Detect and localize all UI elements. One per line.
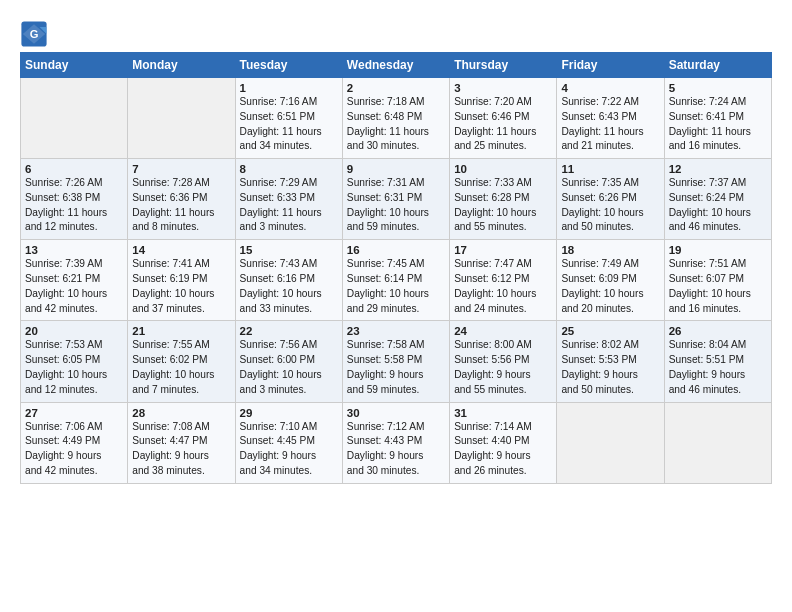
- day-info: Sunrise: 7:37 AMSunset: 6:24 PMDaylight:…: [669, 176, 767, 235]
- day-info: Sunrise: 7:55 AMSunset: 6:02 PMDaylight:…: [132, 338, 230, 397]
- day-number: 18: [561, 244, 659, 256]
- week-row-4: 20Sunrise: 7:53 AMSunset: 6:05 PMDayligh…: [21, 321, 772, 402]
- column-header-thursday: Thursday: [450, 53, 557, 78]
- day-cell: 14Sunrise: 7:41 AMSunset: 6:19 PMDayligh…: [128, 240, 235, 321]
- day-cell: [21, 78, 128, 159]
- day-number: 21: [132, 325, 230, 337]
- day-number: 19: [669, 244, 767, 256]
- day-number: 7: [132, 163, 230, 175]
- week-row-1: 1Sunrise: 7:16 AMSunset: 6:51 PMDaylight…: [21, 78, 772, 159]
- day-cell: 18Sunrise: 7:49 AMSunset: 6:09 PMDayligh…: [557, 240, 664, 321]
- day-cell: 10Sunrise: 7:33 AMSunset: 6:28 PMDayligh…: [450, 159, 557, 240]
- day-cell: 12Sunrise: 7:37 AMSunset: 6:24 PMDayligh…: [664, 159, 771, 240]
- logo: G: [20, 20, 50, 48]
- day-number: 29: [240, 407, 338, 419]
- day-number: 17: [454, 244, 552, 256]
- day-info: Sunrise: 7:20 AMSunset: 6:46 PMDaylight:…: [454, 95, 552, 154]
- day-cell: 3Sunrise: 7:20 AMSunset: 6:46 PMDaylight…: [450, 78, 557, 159]
- day-cell: [664, 402, 771, 483]
- day-cell: 25Sunrise: 8:02 AMSunset: 5:53 PMDayligh…: [557, 321, 664, 402]
- day-info: Sunrise: 7:43 AMSunset: 6:16 PMDaylight:…: [240, 257, 338, 316]
- day-cell: 23Sunrise: 7:58 AMSunset: 5:58 PMDayligh…: [342, 321, 449, 402]
- header-area: G: [20, 16, 772, 48]
- calendar-body: 1Sunrise: 7:16 AMSunset: 6:51 PMDaylight…: [21, 78, 772, 484]
- day-number: 14: [132, 244, 230, 256]
- day-cell: 21Sunrise: 7:55 AMSunset: 6:02 PMDayligh…: [128, 321, 235, 402]
- week-row-5: 27Sunrise: 7:06 AMSunset: 4:49 PMDayligh…: [21, 402, 772, 483]
- day-number: 20: [25, 325, 123, 337]
- day-cell: 8Sunrise: 7:29 AMSunset: 6:33 PMDaylight…: [235, 159, 342, 240]
- day-number: 9: [347, 163, 445, 175]
- day-info: Sunrise: 8:02 AMSunset: 5:53 PMDaylight:…: [561, 338, 659, 397]
- day-cell: 13Sunrise: 7:39 AMSunset: 6:21 PMDayligh…: [21, 240, 128, 321]
- day-cell: 27Sunrise: 7:06 AMSunset: 4:49 PMDayligh…: [21, 402, 128, 483]
- column-header-saturday: Saturday: [664, 53, 771, 78]
- day-number: 30: [347, 407, 445, 419]
- day-info: Sunrise: 7:24 AMSunset: 6:41 PMDaylight:…: [669, 95, 767, 154]
- day-cell: 1Sunrise: 7:16 AMSunset: 6:51 PMDaylight…: [235, 78, 342, 159]
- day-number: 15: [240, 244, 338, 256]
- day-info: Sunrise: 8:00 AMSunset: 5:56 PMDaylight:…: [454, 338, 552, 397]
- day-cell: 2Sunrise: 7:18 AMSunset: 6:48 PMDaylight…: [342, 78, 449, 159]
- day-number: 28: [132, 407, 230, 419]
- day-cell: 16Sunrise: 7:45 AMSunset: 6:14 PMDayligh…: [342, 240, 449, 321]
- day-info: Sunrise: 7:49 AMSunset: 6:09 PMDaylight:…: [561, 257, 659, 316]
- day-number: 2: [347, 82, 445, 94]
- day-cell: [557, 402, 664, 483]
- day-number: 27: [25, 407, 123, 419]
- day-number: 6: [25, 163, 123, 175]
- day-cell: 9Sunrise: 7:31 AMSunset: 6:31 PMDaylight…: [342, 159, 449, 240]
- day-cell: 28Sunrise: 7:08 AMSunset: 4:47 PMDayligh…: [128, 402, 235, 483]
- week-row-2: 6Sunrise: 7:26 AMSunset: 6:38 PMDaylight…: [21, 159, 772, 240]
- week-row-3: 13Sunrise: 7:39 AMSunset: 6:21 PMDayligh…: [21, 240, 772, 321]
- day-cell: [128, 78, 235, 159]
- day-cell: 20Sunrise: 7:53 AMSunset: 6:05 PMDayligh…: [21, 321, 128, 402]
- day-info: Sunrise: 7:10 AMSunset: 4:45 PMDaylight:…: [240, 420, 338, 479]
- day-cell: 17Sunrise: 7:47 AMSunset: 6:12 PMDayligh…: [450, 240, 557, 321]
- column-header-tuesday: Tuesday: [235, 53, 342, 78]
- day-info: Sunrise: 8:04 AMSunset: 5:51 PMDaylight:…: [669, 338, 767, 397]
- day-cell: 5Sunrise: 7:24 AMSunset: 6:41 PMDaylight…: [664, 78, 771, 159]
- day-cell: 11Sunrise: 7:35 AMSunset: 6:26 PMDayligh…: [557, 159, 664, 240]
- day-info: Sunrise: 7:53 AMSunset: 6:05 PMDaylight:…: [25, 338, 123, 397]
- day-info: Sunrise: 7:56 AMSunset: 6:00 PMDaylight:…: [240, 338, 338, 397]
- day-info: Sunrise: 7:14 AMSunset: 4:40 PMDaylight:…: [454, 420, 552, 479]
- day-number: 24: [454, 325, 552, 337]
- day-number: 16: [347, 244, 445, 256]
- day-info: Sunrise: 7:41 AMSunset: 6:19 PMDaylight:…: [132, 257, 230, 316]
- day-cell: 4Sunrise: 7:22 AMSunset: 6:43 PMDaylight…: [557, 78, 664, 159]
- day-cell: 6Sunrise: 7:26 AMSunset: 6:38 PMDaylight…: [21, 159, 128, 240]
- calendar-header-row: SundayMondayTuesdayWednesdayThursdayFrid…: [21, 53, 772, 78]
- column-header-friday: Friday: [557, 53, 664, 78]
- day-info: Sunrise: 7:16 AMSunset: 6:51 PMDaylight:…: [240, 95, 338, 154]
- day-cell: 29Sunrise: 7:10 AMSunset: 4:45 PMDayligh…: [235, 402, 342, 483]
- day-cell: 31Sunrise: 7:14 AMSunset: 4:40 PMDayligh…: [450, 402, 557, 483]
- day-number: 13: [25, 244, 123, 256]
- day-info: Sunrise: 7:12 AMSunset: 4:43 PMDaylight:…: [347, 420, 445, 479]
- day-info: Sunrise: 7:28 AMSunset: 6:36 PMDaylight:…: [132, 176, 230, 235]
- day-cell: 22Sunrise: 7:56 AMSunset: 6:00 PMDayligh…: [235, 321, 342, 402]
- day-info: Sunrise: 7:22 AMSunset: 6:43 PMDaylight:…: [561, 95, 659, 154]
- calendar-page: G SundayMondayTuesdayWednesdayThursdayFr…: [0, 0, 792, 496]
- svg-text:G: G: [30, 28, 39, 40]
- day-number: 5: [669, 82, 767, 94]
- day-info: Sunrise: 7:58 AMSunset: 5:58 PMDaylight:…: [347, 338, 445, 397]
- day-info: Sunrise: 7:29 AMSunset: 6:33 PMDaylight:…: [240, 176, 338, 235]
- day-cell: 7Sunrise: 7:28 AMSunset: 6:36 PMDaylight…: [128, 159, 235, 240]
- day-info: Sunrise: 7:06 AMSunset: 4:49 PMDaylight:…: [25, 420, 123, 479]
- day-cell: 15Sunrise: 7:43 AMSunset: 6:16 PMDayligh…: [235, 240, 342, 321]
- day-info: Sunrise: 7:18 AMSunset: 6:48 PMDaylight:…: [347, 95, 445, 154]
- day-number: 31: [454, 407, 552, 419]
- day-number: 12: [669, 163, 767, 175]
- day-info: Sunrise: 7:35 AMSunset: 6:26 PMDaylight:…: [561, 176, 659, 235]
- day-info: Sunrise: 7:47 AMSunset: 6:12 PMDaylight:…: [454, 257, 552, 316]
- logo-icon: G: [20, 20, 48, 48]
- day-number: 26: [669, 325, 767, 337]
- column-header-monday: Monday: [128, 53, 235, 78]
- day-number: 23: [347, 325, 445, 337]
- calendar-table: SundayMondayTuesdayWednesdayThursdayFrid…: [20, 52, 772, 484]
- day-number: 11: [561, 163, 659, 175]
- day-number: 3: [454, 82, 552, 94]
- day-info: Sunrise: 7:51 AMSunset: 6:07 PMDaylight:…: [669, 257, 767, 316]
- day-cell: 26Sunrise: 8:04 AMSunset: 5:51 PMDayligh…: [664, 321, 771, 402]
